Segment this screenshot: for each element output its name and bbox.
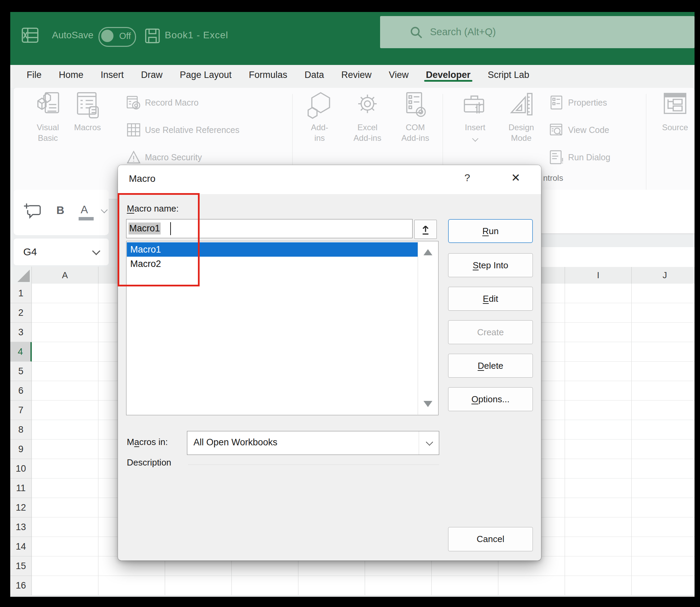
cell-I13[interactable] — [565, 517, 632, 537]
cell-J14[interactable] — [632, 537, 695, 556]
font-color-dropdown-chevron-icon[interactable] — [101, 206, 108, 213]
cell-J5[interactable] — [632, 362, 695, 381]
cell-J8[interactable] — [632, 420, 695, 440]
com-add-ins-button[interactable]: COM Add-ins — [393, 91, 438, 143]
cell-A1[interactable] — [32, 284, 98, 303]
name-box[interactable]: G4 — [14, 239, 109, 265]
column-header-A[interactable]: A — [32, 267, 98, 284]
delete-button[interactable]: Delete — [448, 354, 533, 378]
row-header-6[interactable]: 6 — [10, 381, 32, 401]
cell-A7[interactable] — [32, 401, 98, 420]
edit-button[interactable]: Edit — [448, 287, 533, 311]
row-header-5[interactable]: 5 — [10, 362, 32, 381]
row-header-3[interactable]: 3 — [10, 323, 32, 342]
cell-A11[interactable] — [32, 478, 98, 498]
excel-add-ins-button[interactable]: Excel Add-ins — [345, 91, 390, 143]
cell-I11[interactable] — [565, 478, 632, 498]
tab-developer[interactable]: Developer — [418, 65, 479, 83]
visual-basic-button[interactable]: Visual Basic — [25, 91, 70, 143]
tab-review[interactable]: Review — [333, 65, 379, 83]
cell-J11[interactable] — [632, 478, 695, 498]
cell-I3[interactable] — [565, 323, 632, 342]
cell-A15[interactable] — [32, 556, 98, 576]
run-dialog-button[interactable]: Run Dialog — [550, 150, 610, 164]
cell-A14[interactable] — [32, 537, 98, 556]
cell-A3[interactable] — [32, 323, 98, 342]
save-icon[interactable] — [144, 28, 161, 45]
cell-J7[interactable] — [632, 401, 695, 420]
use-relative-references-button[interactable]: Use Relative References — [126, 123, 240, 137]
cancel-button[interactable]: Cancel — [448, 527, 533, 551]
row-header-14[interactable]: 14 — [10, 537, 32, 556]
cell-I14[interactable] — [565, 537, 632, 556]
cell-C16[interactable] — [165, 576, 232, 595]
formula-bar-right[interactable] — [533, 247, 695, 267]
cell-A2[interactable] — [32, 303, 98, 323]
cell-I1[interactable] — [565, 284, 632, 303]
insert-dropdown-chevron-icon[interactable] — [472, 135, 478, 141]
cell-A16[interactable] — [32, 576, 98, 595]
cell-J9[interactable] — [632, 440, 695, 459]
scroll-down-icon[interactable] — [423, 401, 432, 407]
bold-button[interactable]: B — [56, 204, 64, 217]
cell-A12[interactable] — [32, 498, 98, 517]
design-mode-button[interactable]: Design Mode — [499, 91, 544, 143]
cell-I9[interactable] — [565, 440, 632, 459]
cell-A9[interactable] — [32, 440, 98, 459]
cell-I10[interactable] — [565, 459, 632, 478]
cell-J10[interactable] — [632, 459, 695, 478]
cell-B16[interactable] — [98, 576, 165, 595]
cell-A13[interactable] — [32, 517, 98, 537]
search-input[interactable]: Search (Alt+Q) — [380, 16, 695, 48]
macro-security-button[interactable]: Macro Security — [126, 150, 202, 164]
cell-J2[interactable] — [632, 303, 695, 323]
dialog-help-button[interactable]: ? — [460, 172, 475, 184]
cell-J1[interactable] — [632, 284, 695, 303]
properties-button[interactable]: Properties — [550, 95, 607, 110]
tab-page-layout[interactable]: Page Layout — [172, 65, 240, 83]
cell-J12[interactable] — [632, 498, 695, 517]
cell-A5[interactable] — [32, 362, 98, 381]
tab-file[interactable]: File — [19, 65, 50, 83]
cell-A6[interactable] — [32, 381, 98, 401]
tab-draw[interactable]: Draw — [133, 65, 170, 83]
source-button[interactable]: Source — [652, 91, 695, 133]
cell-J13[interactable] — [632, 517, 695, 537]
cell-I7[interactable] — [565, 401, 632, 420]
font-color-button[interactable]: A — [81, 203, 88, 216]
record-macro-button[interactable]: Record Macro — [126, 95, 199, 110]
cell-H16[interactable] — [498, 576, 565, 595]
cell-A10[interactable] — [32, 459, 98, 478]
cell-I15[interactable] — [565, 556, 632, 576]
cell-I2[interactable] — [565, 303, 632, 323]
row-header-15[interactable]: 15 — [10, 556, 32, 576]
cell-E16[interactable] — [298, 576, 365, 595]
macros-in-select[interactable]: All Open Workbooks — [187, 431, 439, 455]
row-header-12[interactable]: 12 — [10, 498, 32, 517]
tab-home[interactable]: Home — [51, 65, 91, 83]
cell-J3[interactable] — [632, 323, 695, 342]
add-ins-button[interactable]: Add- ins — [297, 91, 342, 143]
insert-control-button[interactable]: Insert — [453, 91, 498, 143]
cell-A4[interactable] — [32, 342, 98, 362]
cell-I4[interactable] — [565, 342, 632, 362]
tab-view[interactable]: View — [381, 65, 416, 83]
row-header-4[interactable]: 4 — [10, 342, 32, 362]
column-header-J[interactable]: J — [632, 267, 695, 284]
cell-J15[interactable] — [632, 556, 695, 576]
tab-script-lab[interactable]: Script Lab — [480, 65, 537, 83]
run-button[interactable]: Run — [448, 219, 533, 243]
cell-I16[interactable] — [565, 576, 632, 595]
tab-insert[interactable]: Insert — [93, 65, 132, 83]
cell-J6[interactable] — [632, 381, 695, 401]
cell-J4[interactable] — [632, 342, 695, 362]
cell-I12[interactable] — [565, 498, 632, 517]
cell-F16[interactable] — [365, 576, 432, 595]
dialog-titlebar[interactable] — [118, 165, 541, 194]
cell-I8[interactable] — [565, 420, 632, 440]
step-into-button[interactable]: Step Into — [448, 253, 533, 277]
cell-A8[interactable] — [32, 420, 98, 440]
macros-button[interactable]: Macros — [65, 91, 110, 133]
new-comment-icon[interactable] — [23, 202, 42, 221]
row-header-8[interactable]: 8 — [10, 420, 32, 440]
